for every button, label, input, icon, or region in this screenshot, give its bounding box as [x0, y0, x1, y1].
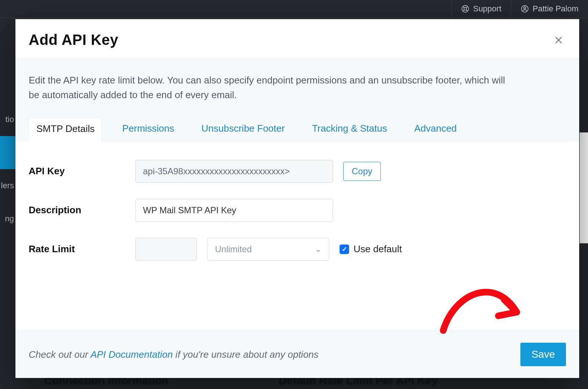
use-default-toggle[interactable]: ✓ Use default: [340, 243, 402, 255]
row-api-key: API Key api-35A98xxxxxxxxxxxxxxxxxxxxxxx…: [29, 160, 566, 183]
rate-limit-select-value: Unlimited: [215, 244, 252, 254]
modal-intro-area: Edit the API key rate limit below. You c…: [15, 59, 579, 142]
chevron-down-icon: ⌄: [315, 245, 322, 254]
footer-prefix: Check out our: [29, 349, 90, 360]
copy-button[interactable]: Copy: [343, 162, 381, 181]
use-default-label: Use default: [354, 243, 402, 255]
user-menu[interactable]: Pattie Palom: [511, 0, 588, 18]
checkbox-checked-icon: ✓: [340, 245, 349, 254]
svg-point-1: [464, 7, 467, 10]
modal-intro-text: Edit the API key rate limit below. You c…: [29, 73, 506, 103]
svg-line-2: [463, 6, 465, 8]
sidebar-item-frag-active[interactable]: [0, 136, 15, 169]
sidebar-item-frag[interactable]: ng: [0, 202, 15, 235]
modal-body: API Key api-35A98xxxxxxxxxxxxxxxxxxxxxxx…: [15, 142, 579, 331]
close-button[interactable]: [551, 33, 566, 47]
svg-line-5: [463, 10, 465, 11]
label-api-key: API Key: [29, 165, 121, 177]
row-rate-limit: Rate Limit Unlimited ⌄ ✓ Use default: [29, 238, 566, 261]
api-documentation-link[interactable]: API Documentation: [90, 349, 173, 360]
modal-footer: Check out our API Documentation if you'r…: [15, 331, 579, 378]
description-input[interactable]: [135, 199, 333, 222]
modal-title: Add API Key: [29, 32, 118, 48]
tab-unsubscribe-footer[interactable]: Unsubscribe Footer: [194, 118, 292, 142]
user-name: Pattie Palom: [533, 4, 578, 14]
sidebar-fragment: tio lers ng: [0, 103, 15, 235]
modal-tabs: SMTP Details Permissions Unsubscribe Foo…: [29, 117, 566, 142]
save-button[interactable]: Save: [520, 343, 566, 366]
tab-smtp-details[interactable]: SMTP Details: [29, 118, 102, 142]
label-description: Description: [29, 204, 121, 216]
rate-limit-input[interactable]: [135, 238, 197, 261]
svg-point-7: [524, 7, 526, 9]
sidebar-item-frag[interactable]: tio: [0, 103, 15, 136]
footer-suffix: if you're unsure about any options: [173, 349, 319, 360]
tab-advanced[interactable]: Advanced: [407, 118, 464, 142]
add-api-key-modal: Add API Key Edit the API key rate limit …: [15, 19, 579, 378]
row-description: Description: [29, 199, 566, 222]
sidebar-item-frag[interactable]: lers: [0, 169, 15, 202]
rate-limit-select[interactable]: Unlimited ⌄: [207, 238, 329, 261]
api-key-readonly[interactable]: api-35A98xxxxxxxxxxxxxxxxxxxxxxx>: [135, 160, 333, 183]
modal-header: Add API Key: [15, 19, 579, 59]
user-icon: [521, 5, 529, 13]
svg-line-4: [466, 6, 468, 8]
support-link[interactable]: Support: [451, 0, 511, 18]
top-bar: Support Pattie Palom: [0, 0, 588, 18]
support-label: Support: [473, 4, 501, 14]
tab-tracking-status[interactable]: Tracking & Status: [305, 118, 394, 142]
close-icon: [553, 35, 564, 45]
footer-help-text: Check out our API Documentation if you'r…: [29, 349, 319, 360]
lifebuoy-icon: [461, 5, 469, 13]
svg-line-3: [466, 10, 468, 11]
label-rate-limit: Rate Limit: [29, 243, 121, 255]
tab-permissions[interactable]: Permissions: [115, 118, 182, 142]
background-panel-edge: [580, 132, 588, 243]
